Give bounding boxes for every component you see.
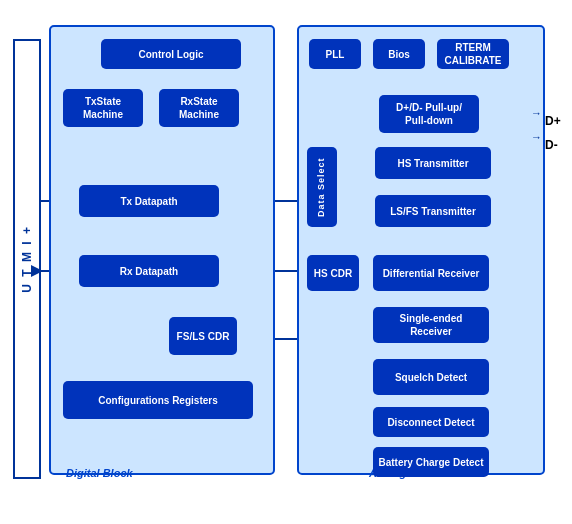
dp-label: D+ xyxy=(545,111,561,129)
tx-state-machine-box: TxState Machine xyxy=(63,89,143,127)
rterm-calibrate-box: RTERM CALIBRATE xyxy=(437,39,509,69)
tx-datapath-box: Tx Datapath xyxy=(79,185,219,217)
utmi-bar: U T M I + xyxy=(13,39,41,479)
hs-cdr-box: HS CDR xyxy=(307,255,359,291)
diagram-container: U T M I + Digital Block Analog Block Con… xyxy=(0,0,572,524)
hs-transmitter-box: HS Transmitter xyxy=(375,147,491,179)
disconnect-detect-box: Disconnect Detect xyxy=(373,407,489,437)
dm-label: D- xyxy=(545,135,558,153)
canvas: U T M I + Digital Block Analog Block Con… xyxy=(11,11,561,513)
pll-box: PLL xyxy=(309,39,361,69)
data-select-box: Data Select xyxy=(307,147,337,227)
control-logic-box: Control Logic xyxy=(101,39,241,69)
configurations-registers-box: Configurations Registers xyxy=(63,381,253,419)
squelch-detect-box: Squelch Detect xyxy=(373,359,489,395)
digital-block-label: Digital Block xyxy=(66,467,133,479)
rx-state-machine-box: RxState Machine xyxy=(159,89,239,127)
fs-ls-cdr-box: FS/LS CDR xyxy=(169,317,237,355)
ls-fs-transmitter-box: LS/FS Transmitter xyxy=(375,195,491,227)
rx-datapath-box: Rx Datapath xyxy=(79,255,219,287)
battery-charge-detect-box: Battery Charge Detect xyxy=(373,447,489,477)
dm-arrow-right: → xyxy=(531,131,542,143)
bios-box: Bios xyxy=(373,39,425,69)
dp-arrow-right: → xyxy=(531,107,542,119)
differential-receiver-box: Differential Receiver xyxy=(373,255,489,291)
single-ended-receiver-box: Single-ended Receiver xyxy=(373,307,489,343)
dp-dm-pullup-box: D+/D- Pull-up/ Pull-down xyxy=(379,95,479,133)
utmi-label: U T M I + xyxy=(20,225,34,293)
